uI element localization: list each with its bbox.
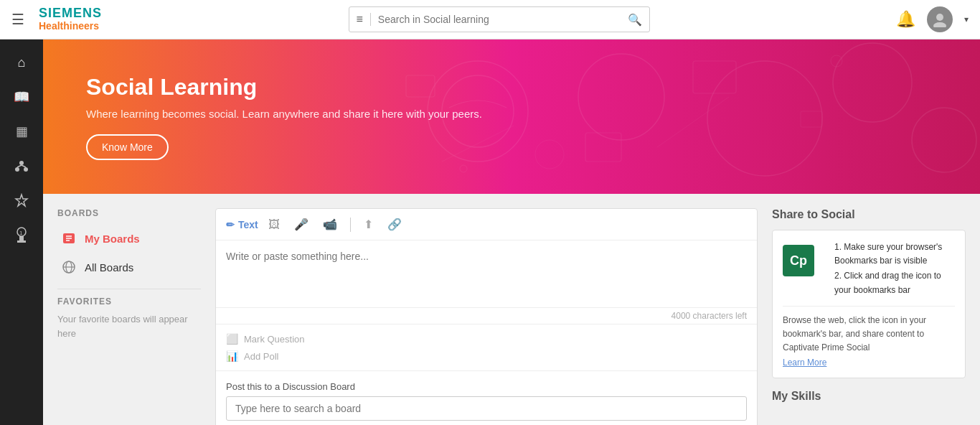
sidebar-item-apps[interactable]: ▦: [6, 116, 37, 147]
learn-more-link[interactable]: Learn More: [783, 358, 955, 368]
hero-text: Social Learning Where learning becomes s…: [86, 74, 482, 160]
svg-marker-7: [16, 195, 27, 206]
upload-tool-icon[interactable]: ⬆: [359, 216, 377, 233]
share-card-top: ↗ Cp 1. Make sure your browser's Bookmar…: [783, 240, 955, 299]
svg-point-0: [936, 14, 943, 21]
post-to-board-label: Post this to a Discussion Board: [226, 381, 747, 392]
search-menu-icon[interactable]: ≡: [349, 13, 371, 26]
hero-title: Social Learning: [86, 74, 482, 101]
hero-banner: Social Learning Where learning becomes s…: [43, 39, 980, 194]
svg-rect-19: [585, 133, 621, 162]
sidebar-item-home[interactable]: ⌂: [6, 47, 37, 78]
post-editor: ✏ Text 🖼 🎤 📹 ⬆ 🔗 4000 characters left ⬜ …: [215, 208, 758, 425]
svg-point-24: [460, 165, 467, 172]
text-tab[interactable]: ✏ Text: [226, 219, 258, 230]
char-count: 4000 characters left: [216, 307, 757, 324]
svg-point-1: [933, 22, 946, 27]
favorites-empty: Your favorite boards will appear here: [57, 312, 201, 340]
hero-subtitle: Where learning becomes social. Learn any…: [86, 108, 482, 120]
mark-question-label: Mark Question: [244, 334, 305, 345]
link-tool-icon[interactable]: 🔗: [383, 216, 406, 233]
svg-text:1: 1: [19, 230, 23, 236]
hamburger-icon[interactable]: ☰: [11, 11, 24, 28]
all-boards-label: All Boards: [85, 261, 133, 274]
share-icon-area: ↗ Cp: [783, 240, 826, 276]
add-poll-label: Add Poll: [244, 351, 278, 362]
svg-point-17: [912, 108, 976, 172]
share-panel: Share to Social ↗ Cp 1. Make sure your b…: [772, 208, 966, 403]
main-layout: ⌂ 📖 ▦ 1 Social Learning Where learning b…: [0, 39, 980, 425]
logo: SIEMENS Healthineers: [39, 6, 102, 32]
svg-line-6: [22, 165, 26, 167]
boards-panel: BOARDS My Boards All Boards FAVORITES Yo…: [57, 208, 201, 340]
svg-point-16: [833, 43, 912, 122]
svg-rect-8: [19, 236, 24, 240]
text-tab-icon: ✏: [226, 219, 235, 230]
post-to-board-section: Post this to a Discussion Board OR Creat…: [216, 370, 757, 425]
left-sidebar: ⌂ 📖 ▦ 1: [0, 39, 43, 425]
mark-question-icon: ⬜: [226, 333, 238, 345]
sidebar-item-social[interactable]: [6, 150, 37, 182]
nav-right: 🔔 ▾: [896, 6, 969, 32]
share-description: Browse the web, click the icon in your b…: [783, 314, 955, 355]
my-skills-title: My Skills: [772, 390, 966, 403]
search-input[interactable]: [371, 14, 621, 25]
mark-question-row[interactable]: ⬜ Mark Question: [226, 330, 747, 347]
svg-rect-26: [801, 111, 822, 127]
share-step1: Make sure your browser's Bookmarks bar i…: [834, 242, 942, 266]
my-boards-item[interactable]: My Boards: [57, 224, 201, 253]
add-poll-icon: 📊: [226, 350, 238, 362]
logo-siemens: SIEMENS: [39, 6, 102, 21]
svg-line-23: [657, 97, 729, 147]
top-navigation: ☰ SIEMENS Healthineers ≡ 🔍 🔔 ▾: [0, 0, 980, 39]
below-hero: BOARDS My Boards All Boards FAVORITES Yo…: [43, 194, 980, 425]
my-boards-icon: [60, 230, 77, 247]
boards-section-title: BOARDS: [57, 208, 201, 218]
share-cp-icon: Cp: [783, 245, 814, 276]
post-actions: ⬜ Mark Question 📊 Add Poll: [216, 324, 757, 370]
svg-line-5: [17, 165, 22, 167]
svg-point-21: [535, 140, 564, 169]
svg-rect-9: [17, 240, 26, 243]
board-search-input[interactable]: [226, 396, 747, 421]
post-toolbar: ✏ Text 🖼 🎤 📹 ⬆ 🔗: [216, 209, 757, 240]
add-poll-row[interactable]: 📊 Add Poll: [226, 347, 747, 365]
search-icon[interactable]: 🔍: [621, 13, 649, 27]
all-boards-icon: [60, 258, 77, 276]
share-divider: [783, 306, 955, 307]
sidebar-item-learn[interactable]: 📖: [6, 81, 37, 113]
share-title: Share to Social: [772, 208, 966, 221]
image-tool-icon[interactable]: 🖼: [264, 217, 284, 233]
boards-divider: [57, 289, 201, 289]
svg-rect-20: [693, 61, 736, 93]
svg-point-3: [15, 167, 19, 172]
text-tab-label: Text: [238, 219, 258, 230]
svg-point-2: [19, 161, 24, 165]
bell-icon[interactable]: 🔔: [896, 10, 915, 29]
avatar[interactable]: [927, 6, 953, 32]
logo-healthineers: Healthineers: [39, 21, 102, 32]
know-more-button[interactable]: Know More: [86, 134, 169, 160]
toolbar-separator: [350, 218, 351, 232]
svg-point-4: [24, 167, 28, 172]
svg-point-14: [578, 54, 664, 140]
share-steps: 1. Make sure your browser's Bookmarks ba…: [834, 240, 955, 299]
favorites-title: FAVORITES: [57, 296, 201, 307]
sidebar-item-admin[interactable]: [6, 185, 37, 216]
search-bar: ≡ 🔍: [349, 6, 650, 32]
sidebar-item-awards[interactable]: 1: [6, 219, 37, 251]
nav-left: ☰ SIEMENS Healthineers: [11, 6, 102, 32]
main-content: Social Learning Where learning becomes s…: [43, 39, 980, 425]
all-boards-item[interactable]: All Boards: [57, 253, 201, 281]
svg-point-15: [707, 61, 822, 176]
share-card: ↗ Cp 1. Make sure your browser's Bookmar…: [772, 230, 966, 378]
my-boards-label: My Boards: [85, 233, 140, 245]
post-textarea[interactable]: [216, 240, 757, 305]
user-caret-icon[interactable]: ▾: [964, 14, 969, 24]
share-step2: Click and drag the icon to your bookmark…: [834, 271, 941, 294]
nav-center: ≡ 🔍: [102, 6, 896, 32]
video-tool-icon[interactable]: 📹: [319, 216, 341, 233]
mic-tool-icon[interactable]: 🎤: [290, 216, 313, 233]
